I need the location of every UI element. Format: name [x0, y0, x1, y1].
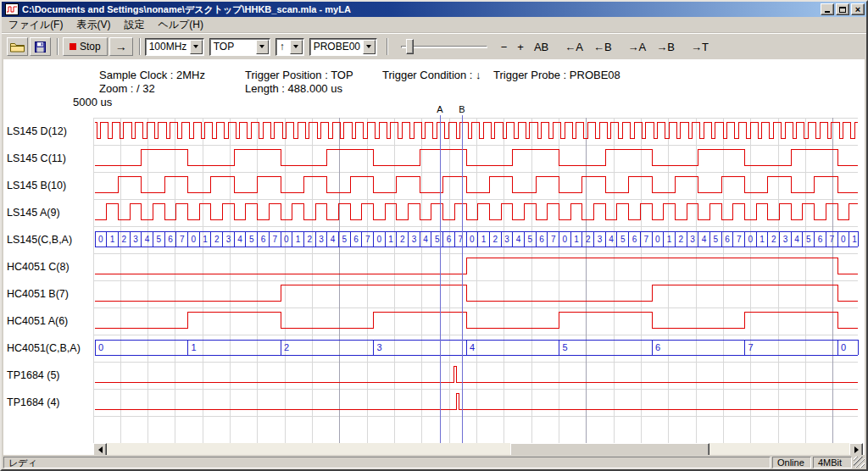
set-a-marker-button[interactable]: →A [625, 39, 650, 55]
channel-label: HC4051 B(7) [7, 280, 92, 308]
zoom-info: Zoom : / 32 [99, 82, 155, 95]
channel-label: TP1684 (4) [7, 389, 92, 416]
length-info: Length : 488.000 us [245, 82, 342, 95]
channel-label: TP1684 (5) [7, 362, 92, 389]
chevron-down-icon[interactable] [256, 40, 269, 54]
channel-label: HC4051 C(8) [7, 253, 92, 280]
stop-label: Stop [80, 41, 101, 53]
stop-button[interactable]: Stop [63, 37, 108, 56]
app-window: C:\Documents and Settings\noname\デスクトップ\… [0, 0, 868, 471]
left-arrow-icon [98, 446, 103, 453]
right-arrow-icon [854, 446, 859, 453]
jump-to-trigger-button[interactable]: →T [687, 39, 712, 55]
chevron-down-icon[interactable] [290, 40, 303, 54]
menu-help[interactable]: ヘルプ(H) [151, 17, 210, 32]
trigger-edge-value: ↑ [276, 41, 290, 53]
jump-to-a-button[interactable]: ←A [561, 39, 587, 55]
title-bar[interactable]: C:\Documents and Settings\noname\デスクトップ\… [2, 2, 866, 17]
zoom-out-button[interactable]: − [498, 39, 511, 55]
toolbar-separator [139, 38, 141, 55]
channel-label: LS145 C(11) [7, 145, 92, 172]
chevron-down-icon[interactable] [190, 40, 203, 54]
time-scale-label: 5000 us [73, 96, 112, 108]
menu-bar: ファイル(F) 表示(V) 設定 ヘルプ(H) [2, 17, 866, 33]
chevron-down-icon[interactable] [363, 40, 376, 54]
channel-label: LS145 D(12) [7, 118, 92, 145]
channel-label: HC4051(C,B,A) [7, 335, 92, 362]
floppy-icon [35, 42, 46, 53]
trigger-probe-info: Trigger Probe : PROBE08 [493, 69, 620, 81]
status-message: レディ [3, 457, 771, 468]
save-button[interactable] [30, 37, 51, 56]
open-folder-icon [10, 42, 25, 53]
maximize-icon [839, 7, 846, 13]
sample-clock-info: Sample Clock : 2MHz [99, 69, 205, 81]
menu-settings[interactable]: 設定 [117, 17, 151, 32]
slider-track [401, 46, 487, 48]
trigger-probe-select[interactable]: PROBE00 [309, 38, 377, 56]
trigger-condition-info: Trigger Condition : ↓ [382, 69, 481, 81]
resize-grip[interactable] [854, 457, 865, 468]
channel-label: LS145 B(10) [7, 172, 92, 199]
ab-marker-button[interactable]: AB [531, 39, 552, 55]
zoom-in-button[interactable]: + [514, 39, 527, 55]
minimize-button[interactable] [821, 3, 834, 15]
zoom-slider[interactable] [399, 37, 489, 56]
toolbar: Stop → 100MHz TOP ↑ PROBE00 − + AB ←A ←B [2, 33, 866, 59]
trigger-position-value: TOP [210, 41, 256, 53]
channel-label: LS145(C,B,A) [7, 226, 92, 253]
jump-to-b-button[interactable]: ←B [590, 39, 615, 55]
channel-label: LS145 A(9) [7, 199, 92, 226]
status-online: Online [772, 457, 811, 468]
stop-icon [70, 43, 76, 50]
app-icon [5, 3, 19, 15]
waveform-area[interactable] [3, 59, 865, 457]
trigger-probe-value: PROBE00 [310, 41, 363, 53]
menu-file[interactable]: ファイル(F) [2, 17, 70, 32]
close-icon: × [855, 5, 860, 14]
minimize-icon [825, 11, 830, 13]
close-button[interactable]: × [851, 3, 865, 15]
menu-view[interactable]: 表示(V) [70, 17, 117, 32]
open-button[interactable] [7, 37, 28, 56]
channel-label: HC4051 A(6) [7, 308, 92, 335]
toolbar-separator [57, 38, 58, 55]
maximize-button[interactable] [836, 3, 849, 15]
slider-thumb[interactable] [406, 39, 414, 54]
status-memory: 4MBit [813, 457, 852, 468]
sample-clock-value: 100MHz [146, 41, 190, 53]
status-bar: レディ Online 4MBit [2, 455, 866, 469]
run-button[interactable]: → [109, 37, 133, 56]
trigger-position-info: Trigger Position : TOP [245, 69, 353, 81]
trigger-position-select[interactable]: TOP [209, 38, 270, 56]
trigger-edge-select[interactable]: ↑ [275, 38, 304, 56]
window-title: C:\Documents and Settings\noname\デスクトップ\… [22, 3, 819, 16]
set-b-marker-button[interactable]: →B [653, 39, 678, 55]
toolbar-separator [387, 38, 388, 55]
sample-clock-select[interactable]: 100MHz [145, 38, 204, 56]
